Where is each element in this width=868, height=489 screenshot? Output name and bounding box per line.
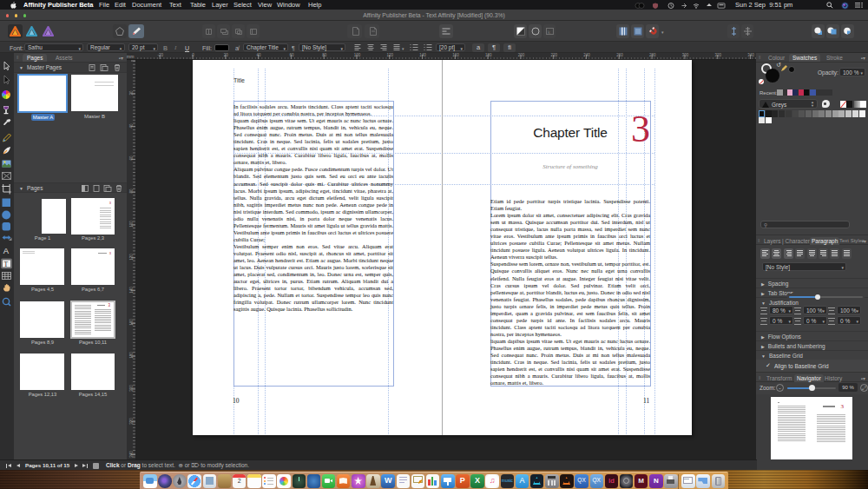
- svg-text:k: k: [548, 30, 551, 35]
- svg-text:T: T: [4, 261, 9, 268]
- svg-text:A: A: [3, 246, 10, 255]
